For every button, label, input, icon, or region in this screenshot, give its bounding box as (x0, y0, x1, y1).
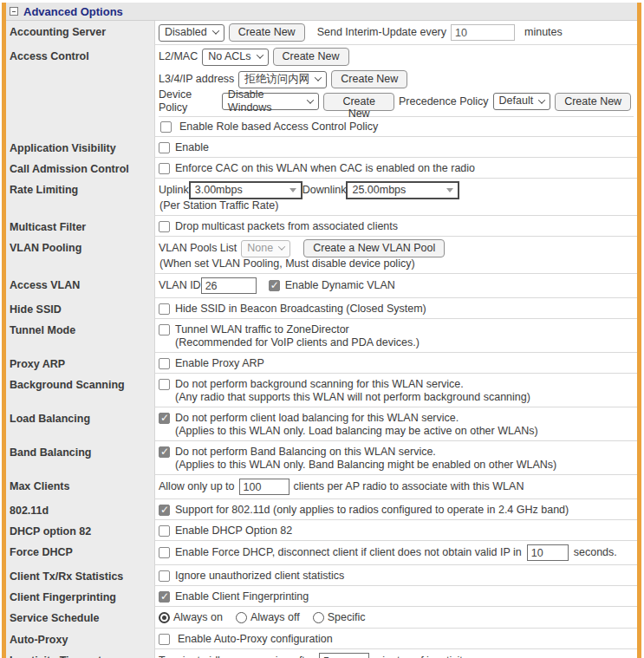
schedule-always-on-radio[interactable] (159, 612, 170, 623)
label-client-txrx-statistics: Client Tx/Rx Statistics (6, 565, 154, 586)
l3-ip-select[interactable]: 拒绝访问内网 (238, 71, 327, 88)
dropdown-arrow-icon (289, 188, 296, 192)
row-vlan-pooling: VLAN Pooling VLAN Pools List None Create… (6, 237, 637, 274)
label-call-admission-control: Call Admission Control (6, 158, 154, 179)
schedule-specific-radio[interactable] (313, 612, 324, 623)
app-visibility-enable-checkbox[interactable] (159, 142, 170, 153)
background-scanning-label: Do not perform background scanning for t… (175, 378, 530, 404)
vlan-pools-select[interactable]: None (241, 240, 290, 257)
accounting-server-select[interactable]: Disabled (159, 24, 224, 42)
uplink-rate-combobox[interactable]: 3.00mbps (189, 181, 302, 199)
hide-ssid-label: Hide SSID in Beacon Broadcasting (Closed… (175, 303, 426, 316)
label-dhcp-option-82: DHCP option 82 (6, 520, 154, 541)
vlan-id-input[interactable] (201, 277, 257, 294)
client-fingerprinting-label: Enable Client Fingerprinting (175, 590, 309, 603)
row-inactivity-timeout: Inactivity Timeout Terminate idle user s… (6, 649, 637, 658)
device-policy-select[interactable]: Disable Windows (222, 93, 319, 110)
label-load-balancing: Load Balancing (6, 407, 154, 441)
background-scanning-checkbox[interactable] (159, 379, 170, 390)
max-clients-input[interactable] (239, 479, 289, 495)
label-multicast-filter: Multicast Filter (6, 216, 154, 237)
enforce-cac-checkbox[interactable] (159, 163, 170, 174)
role-based-acl-checkbox[interactable] (160, 121, 172, 133)
label-background-scanning: Background Scanning (6, 374, 154, 407)
minutes-label: minutes (524, 26, 563, 39)
label-rate-limiting: Rate Limiting (6, 179, 154, 216)
auto-proxy-checkbox[interactable] (159, 634, 170, 645)
label-service-schedule: Service Schedule (6, 607, 154, 629)
dynamic-vlan-checkbox[interactable] (269, 280, 280, 291)
row-force-dhcp: Force DHCP Enable Force DHCP, disconnect… (6, 541, 637, 565)
l2-create-new-button[interactable]: Create New (273, 48, 349, 66)
accent-bar-right (637, 3, 641, 658)
downlink-label: Downlink (302, 184, 347, 197)
auto-proxy-label: Enable Auto-Proxy configuration (178, 633, 333, 646)
force-dhcp-timeout-input[interactable] (527, 544, 569, 561)
device-policy-create-new-button[interactable]: Create New (323, 93, 394, 111)
interim-update-label: Send Interim-Update every (317, 26, 446, 39)
label-vlan-pooling: VLAN Pooling (6, 237, 154, 274)
band-balancing-label: Do not perform Band Balancing on this WL… (175, 446, 556, 472)
row-load-balancing: Load Balancing Do not perform client loa… (6, 407, 637, 441)
l3-create-new-button[interactable]: Create New (331, 70, 407, 88)
chevron-down-icon (211, 27, 218, 34)
support-80211d-label: Support for 802.11d (only applies to rad… (175, 504, 569, 517)
advanced-options-panel: Advanced Options Accounting Server Disab… (6, 3, 637, 658)
support-80211d-checkbox[interactable] (159, 505, 170, 516)
section-title: Advanced Options (23, 5, 123, 18)
label-access-vlan: Access VLAN (6, 274, 154, 298)
row-hide-ssid: Hide SSID Hide SSID in Beacon Broadcasti… (6, 298, 637, 319)
dhcp-option-82-checkbox[interactable] (159, 525, 170, 537)
inactivity-after-label: minutes of inactivity (374, 655, 468, 658)
label-inactivity-timeout: Inactivity Timeout (6, 649, 154, 658)
label-auto-proxy: Auto-Proxy (6, 629, 154, 649)
load-balancing-checkbox[interactable] (159, 413, 170, 424)
tunnel-mode-checkbox[interactable] (159, 324, 170, 336)
chevron-down-icon (307, 96, 314, 103)
create-vlan-pool-button[interactable]: Create a New VLAN Pool (303, 239, 445, 257)
downlink-rate-combobox[interactable]: 25.00mbps (346, 181, 459, 199)
precedence-policy-label: Precedence Policy (399, 95, 489, 108)
accounting-create-new-button[interactable]: Create New (229, 23, 305, 42)
chevron-down-icon (315, 74, 322, 81)
collapse-icon[interactable] (10, 7, 18, 16)
precedence-policy-select[interactable]: Default (493, 93, 551, 110)
enforce-cac-label: Enforce CAC on this WLAN when CAC is ena… (175, 162, 475, 175)
device-policy-label: Device Policy (159, 88, 218, 114)
ignore-client-stats-checkbox[interactable] (159, 570, 170, 582)
row-client-txrx-statistics: Client Tx/Rx Statistics Ignore unauthori… (6, 565, 637, 586)
hide-ssid-checkbox[interactable] (159, 303, 170, 315)
l2-mac-select[interactable]: No ACLs (202, 49, 268, 66)
client-fingerprinting-checkbox[interactable] (159, 591, 170, 603)
label-max-clients: Max Clients (6, 475, 154, 499)
dynamic-vlan-label: Enable Dynamic VLAN (285, 279, 395, 292)
vlan-pools-list-label: VLAN Pools List (159, 242, 237, 255)
chevron-down-icon (538, 96, 545, 103)
label-accounting-server: Accounting Server (6, 21, 154, 45)
dhcp-option-82-label: Enable DHCP Option 82 (175, 524, 292, 537)
inactivity-timeout-input[interactable] (319, 653, 369, 658)
force-dhcp-before-label: Enable Force DHCP, disconnect client if … (175, 546, 522, 559)
drop-multicast-checkbox[interactable] (159, 221, 170, 232)
row-access-vlan: Access VLAN VLAN ID Enable Dynamic VLAN (6, 274, 637, 298)
vlan-pooling-note: (When set VLAN Pooling, Must disable dev… (159, 257, 634, 270)
force-dhcp-after-label: seconds. (574, 546, 617, 559)
chevron-down-icon (256, 51, 263, 58)
role-based-acl-label: Enable Role based Access Control Policy (177, 121, 378, 134)
proxy-arp-checkbox[interactable] (159, 358, 170, 369)
interim-update-input[interactable] (451, 24, 515, 41)
row-application-visibility: Application Visibility Enable (6, 137, 637, 158)
force-dhcp-checkbox[interactable] (159, 547, 170, 558)
max-clients-after-label: clients per AP radio to associate with t… (294, 480, 524, 493)
section-header-advanced-options[interactable]: Advanced Options (6, 3, 637, 21)
label-force-dhcp: Force DHCP (6, 541, 154, 565)
row-multicast-filter: Multicast Filter Drop multicast packets … (6, 216, 637, 237)
row-client-fingerprinting: Client Fingerprinting Enable Client Fing… (6, 586, 637, 607)
label-application-visibility: Application Visibility (6, 137, 154, 158)
band-balancing-checkbox[interactable] (159, 446, 170, 458)
precedence-create-new-button[interactable]: Create New (555, 93, 631, 111)
row-background-scanning: Background Scanning Do not perform backg… (6, 374, 637, 407)
schedule-always-off-radio[interactable] (236, 612, 247, 623)
vlan-id-label: VLAN ID (159, 279, 201, 292)
label-access-control: Access Control (6, 45, 154, 137)
